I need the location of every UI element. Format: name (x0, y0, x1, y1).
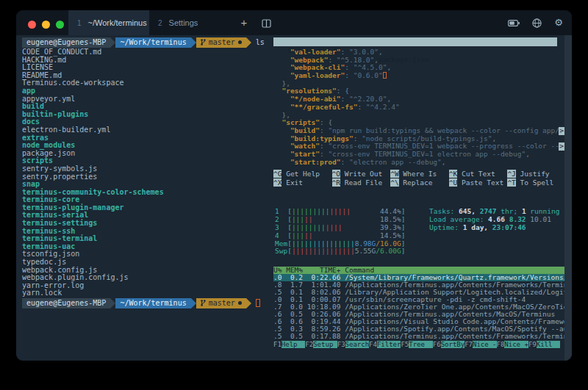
git-dirty-dot (238, 301, 242, 305)
tab-work-terminus[interactable]: 1 ~/Work/terminus (68, 10, 149, 35)
nano-code-line: "start:prod": "electron app --debug", (273, 159, 566, 167)
nano-cursor (383, 72, 387, 79)
nano-shortcut: ^O Write Out (332, 170, 391, 178)
htop-meters: 1 [|||||||||||||| 44.4%]2 [||||| 18.5%]3… (275, 208, 405, 256)
nano-code-line: "webpack-cli": "^4.5.0", (273, 64, 566, 72)
file-name: Terminus.code-workspace (22, 79, 270, 87)
process-row: .5 0.5 0:17.88 /Applications/Terminus.ap… (273, 333, 566, 340)
nano-code-line: "start": "cross-env TERMINUS_DEV=1 elect… (273, 151, 566, 159)
file-name: sentry-symbols.js (22, 165, 270, 173)
nano-code-line: "webpack": "^5.18.0", (273, 57, 566, 65)
nano-shortcut: ^G Get Help (273, 170, 332, 178)
line-overflow-marker: > (559, 127, 564, 135)
nano-editor-content: "val-loader": "3.0.0", "webpack": "^5.18… (273, 48, 566, 166)
file-name: appveyor.yml (22, 95, 270, 104)
file-name: CODE_OF_CONDUCT.md (22, 48, 270, 57)
directory-name: app (22, 87, 270, 95)
prompt-line: eugene@Eugenes-MBP ~/Work/terminus maste… (22, 297, 270, 308)
desktop-background: 1 ~/Work/terminus 2 Settings + ⚙ (0, 0, 588, 390)
nano-code-line: "watch": "cross-env TERMINUS_DEV=1 webpa… (273, 142, 566, 151)
prompt-user-segment: eugene@Eugenes-MBP (22, 37, 110, 48)
file-name: yarn.lock (22, 289, 270, 297)
file-name: electron-builder.yml (22, 126, 270, 134)
battery-icon (508, 20, 520, 26)
close-button[interactable] (28, 21, 36, 29)
htop-function-key-bar: F1Help F2Setup F3SearchF4FilterF5Tree F6… (273, 341, 566, 349)
prompt-git-segment: master (196, 298, 246, 308)
process-row: .0 0.1 0:00.07 /usr/sbin/screencapture -… (273, 296, 566, 303)
git-branch-icon (201, 39, 206, 46)
nano-code-line: "*/node-abi": "^2.20.0", (273, 95, 566, 104)
nano-title-bar: GNU nano 4.5 package.json (273, 37, 557, 46)
htop-info-line: Uptime: 1 day, 23:07:46 (429, 224, 559, 232)
process-row: .8 1.7 1:01.40 /Applications/Terminus.ap… (273, 281, 566, 289)
file-name: package.json (22, 150, 270, 158)
ls-output: CODE_OF_CONDUCT.mdHACKING.mdLICENSEREADM… (22, 48, 270, 297)
typed-command: ls (256, 38, 265, 46)
minimize-button[interactable] (42, 21, 50, 29)
file-name: HACKING.md (22, 57, 270, 65)
terminus-window: 1 ~/Work/terminus 2 Settings + ⚙ (16, 10, 572, 361)
htop-pane: 1 [|||||||||||||| 44.4%]2 [||||| 18.5%]3… (273, 208, 566, 361)
nano-shortcut-bar: ^G Get Help^O Write Out^W Where Is^K Cut… (273, 170, 566, 187)
nano-code-line: "build:typings": "node scripts/build-typ… (273, 135, 566, 143)
prompt-user-segment: eugene@Eugenes-MBP (22, 298, 110, 308)
process-row: .7 0.0 10:18.09 /Applications/ZeroTier O… (273, 303, 566, 311)
htop-info-column: Tasks: 645, 2747 thr; 1 runningLoad aver… (429, 208, 559, 232)
tab-title: ~/Work/terminus (88, 18, 147, 27)
traffic-lights (28, 21, 64, 29)
terminal-cursor (256, 299, 260, 307)
process-row: .5 0.3 8:59.26 /Applications/Spotify.app… (273, 325, 566, 333)
process-row: .6 0.5 0:26.06 /Applications/Terminus.ap… (273, 311, 566, 318)
nano-code-line: "yaml-loader": "0.6.0" (273, 72, 566, 80)
swap-meter: Swp[|||||||||||||||5.55G/6.00G] (275, 248, 405, 256)
nano-shortcut: ^K Cut Text (449, 170, 508, 178)
directory-name: builtin-plugins (22, 111, 270, 119)
line-overflow-marker: > (559, 142, 564, 151)
nano-code-line: "scripts": { (273, 119, 566, 127)
process-row-selected: .0 0.2 0:22.66 /System/Library/Framework… (273, 274, 566, 281)
nano-code-line: "**/graceful-fs": "^4.2.4" (273, 104, 566, 112)
terminal-pane-left[interactable]: eugene@Eugenes-MBP ~/Work/terminus maste… (22, 37, 270, 361)
nano-code-line: "val-loader": "3.0.0", (273, 48, 566, 57)
tab-index: 1 (77, 19, 82, 27)
nano-shortcut: ^\ Replace (390, 178, 449, 187)
nano-code-line: }, (273, 80, 566, 88)
prompt-path-segment: ~/Work/terminus (115, 37, 190, 48)
nano-code-line: "resolutions": { (273, 87, 566, 95)
maximize-button[interactable] (56, 21, 64, 29)
process-row: .6 0.6 0:19.44 /Applications/Visual Stud… (273, 318, 566, 325)
process-row: .5 0.1 8:02.06 /Library/Application Supp… (273, 289, 566, 296)
scrollbar[interactable] (564, 35, 572, 361)
terminal-content: eugene@Eugenes-MBP ~/Work/terminus maste… (16, 35, 572, 361)
nano-shortcut: ^U Paste Text (449, 178, 508, 187)
nano-shortcut: ^X Exit (273, 178, 332, 187)
new-tab-button[interactable]: + (237, 16, 251, 29)
tab-title: Settings (169, 18, 198, 27)
globe-icon[interactable] (532, 18, 542, 28)
tab-settings[interactable]: 2 Settings (149, 10, 230, 35)
process-table-header: U% MEM% TIME+ Command (273, 267, 566, 274)
split-pane-icon[interactable] (259, 18, 273, 31)
nano-code-line: }, (273, 112, 566, 120)
gear-icon[interactable]: ⚙ (554, 18, 563, 28)
file-name: sentry.properties (22, 173, 270, 181)
nano-shortcut: ^W Where Is (390, 170, 449, 178)
terminal-pane-right[interactable]: GNU nano 4.5 package.json "val-loader": … (273, 37, 566, 361)
htop-process-table: U% MEM% TIME+ Command.0 0.2 0:22.66 /Sys… (273, 267, 566, 340)
nano-shortcut: ^J Justify (507, 170, 566, 178)
git-branch-icon (201, 300, 206, 306)
nano-shortcut: ^R Read File (332, 178, 391, 187)
git-dirty-dot (238, 40, 242, 44)
prompt-git-segment: master (196, 37, 246, 48)
prompt-line: eugene@Eugenes-MBP ~/Work/terminus maste… (22, 37, 270, 48)
nano-code-line: "build": "npm run build:typings && webpa… (273, 127, 566, 135)
tab-index: 2 (158, 19, 162, 27)
tab-bar: 1 ~/Work/terminus 2 Settings + ⚙ (16, 10, 572, 35)
prompt-path-segment: ~/Work/terminus (115, 298, 190, 308)
nano-shortcut: ^T To Spell (507, 178, 566, 187)
